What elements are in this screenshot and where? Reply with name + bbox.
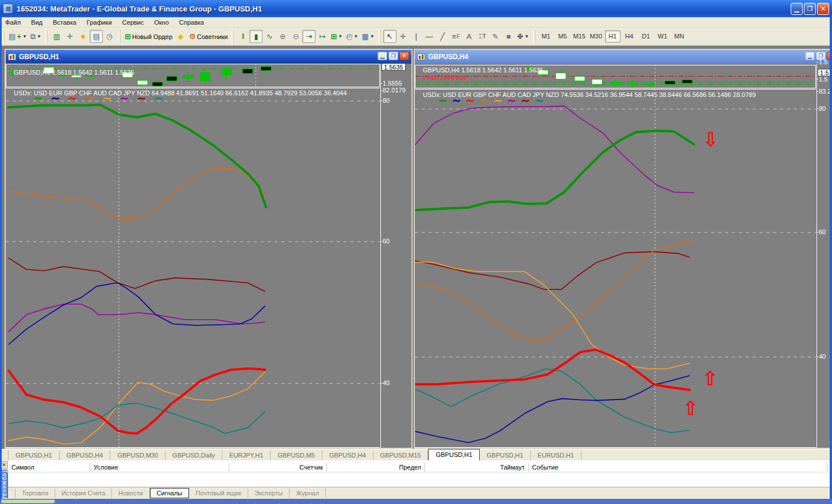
chart-tab-9[interactable]: GBPUSD,H1 bbox=[428, 449, 480, 461]
menu-item-1[interactable]: Файл bbox=[0, 18, 26, 27]
toolbar-separator bbox=[45, 30, 48, 43]
indicator-plot[interactable]: ∼∼∼∼∼∼∼∼⇩⇧⇧ bbox=[415, 89, 816, 448]
close-button[interactable]: ✕ bbox=[817, 3, 829, 15]
menu-item-3[interactable]: Вставка bbox=[48, 18, 82, 27]
chart-close-button[interactable]: ✕ bbox=[399, 52, 409, 60]
taskbar-button[interactable] bbox=[1, 499, 55, 503]
scale-tick: 60 bbox=[819, 228, 826, 236]
chart-tab-3[interactable]: GBPUSD,M30 bbox=[110, 451, 165, 460]
chart-tab-11[interactable]: EURUSD,H1 bbox=[531, 451, 582, 460]
zoom-in-button[interactable]: ⊕ bbox=[276, 30, 289, 43]
chart-shift-button[interactable]: ↦ bbox=[315, 30, 329, 43]
signal-arrow-down: ⇩ bbox=[703, 129, 719, 150]
periods-button[interactable]: ◴▼ bbox=[344, 30, 360, 43]
chart-maximize-button[interactable]: ❐ bbox=[388, 52, 398, 60]
terminal-tab-1[interactable]: Торговля bbox=[15, 489, 55, 498]
arrows-button[interactable]: ✥▼ bbox=[515, 30, 531, 43]
timeframe-button-h1[interactable]: H1 bbox=[605, 30, 621, 42]
terminal-tab-bar: ТорговляИстория СчетаНовостиСигналыПочто… bbox=[0, 487, 832, 499]
current-price-tick: 1.5635 bbox=[382, 63, 406, 71]
chart-title-bar[interactable]: GBPUSD,H4 ▁ ❐ ✕ bbox=[415, 50, 832, 64]
timeframe-button-m15[interactable]: M15 bbox=[572, 30, 587, 42]
timeframe-button-d1[interactable]: D1 bbox=[638, 30, 654, 42]
terminal-column-3[interactable]: Счетчик bbox=[229, 463, 327, 472]
terminal-column-4[interactable]: Предел bbox=[327, 463, 425, 472]
timeframe-button-m5[interactable]: M5 bbox=[555, 30, 571, 42]
timeframe-button-h4[interactable]: H4 bbox=[622, 30, 637, 42]
line-chart-button[interactable]: ∿ bbox=[263, 30, 276, 43]
terminal-column-5[interactable]: Таймаут bbox=[425, 463, 529, 472]
chart-tab-bar: GBPUSD,H1GBPUSD,H4GBPUSD,M30GBPUSD,Daily… bbox=[0, 449, 832, 460]
crosshair-button[interactable]: ✛ bbox=[396, 30, 410, 43]
chart-window-title: GBPUSD,H1 bbox=[19, 53, 59, 61]
chart-tab-7[interactable]: GBPUSD,H4 bbox=[322, 451, 373, 460]
terminal-tab-4[interactable]: Сигналы bbox=[150, 488, 190, 498]
timeframe-button-w1[interactable]: W1 bbox=[655, 30, 671, 42]
minimize-button[interactable]: ▁ bbox=[791, 3, 803, 15]
expert-advisors-button[interactable]: ⚙Советники bbox=[187, 30, 229, 43]
toolbar: ▤+▼ ⧉▼ ▥ ✛ ★ ▤ ◷ ⊞Новый Ордер ◆ ⚙Советни… bbox=[0, 28, 832, 46]
window-frame-right bbox=[830, 17, 832, 499]
market-watch-button[interactable]: ▥ bbox=[50, 30, 63, 43]
trendline-button[interactable]: ╱ bbox=[436, 30, 449, 43]
terminal-tab-6[interactable]: Эксперты bbox=[248, 489, 290, 498]
chart-profiles-button[interactable]: ⧉▼ bbox=[29, 30, 43, 43]
usdx-indicator-readout: USDx: USD EUR GBP CHF AUD CAD JPY NZD 64… bbox=[14, 90, 346, 96]
price-scale: 1.56351.555582.0179806040 bbox=[380, 64, 411, 448]
terminal-tab-7[interactable]: Журнал bbox=[290, 489, 326, 498]
chart-tab-1[interactable]: GBPUSD,H1 bbox=[8, 451, 60, 460]
indicator-plot[interactable]: ∼∼∼∼∼∼∼∼ bbox=[6, 88, 380, 448]
fibonacci-button[interactable]: ≣F bbox=[449, 30, 463, 43]
shapes-button[interactable]: ■ bbox=[502, 30, 515, 43]
terminal-column-1[interactable]: Символ bbox=[8, 463, 90, 472]
terminal-panel-button[interactable]: ▤ bbox=[90, 30, 103, 43]
menu-item-6[interactable]: Окно bbox=[149, 18, 174, 27]
timeframe-button-m30[interactable]: M30 bbox=[588, 30, 604, 42]
text-button[interactable]: A bbox=[463, 30, 476, 43]
timeframe-button-mn[interactable]: MN bbox=[672, 30, 687, 42]
mdi-area: GBPUSD,H1 ▁ ❐ ✕ ∼∼∼∼∼∼∼∼ GBPUSD,H1 1.561… bbox=[0, 46, 832, 449]
chart-tab-2[interactable]: GBPUSD,H4 bbox=[60, 451, 111, 460]
text-label-button[interactable]: ⌶T bbox=[476, 30, 489, 43]
chart-tab-5[interactable]: EURJPY,H1 bbox=[222, 451, 271, 460]
data-window-button[interactable]: ✛ bbox=[63, 30, 76, 43]
vertical-line-button[interactable]: ❘ bbox=[410, 30, 423, 43]
navigator-button[interactable]: ★ bbox=[76, 30, 90, 43]
menu-item-4[interactable]: Графики bbox=[82, 18, 117, 27]
candlestick-chart-button[interactable]: ▮ bbox=[249, 30, 263, 43]
zoom-out-button[interactable]: ⊖ bbox=[289, 30, 302, 43]
bar-chart-button[interactable]: ⫼ bbox=[236, 30, 249, 43]
maximize-button[interactable]: ❐ bbox=[804, 3, 816, 15]
menu-item-5[interactable]: Сервис bbox=[117, 18, 149, 27]
signal-arrow-up: ⇧ bbox=[683, 397, 699, 419]
templates-button[interactable]: ▦▼ bbox=[360, 30, 376, 43]
chart-tab-8[interactable]: GBPUSD,M15 bbox=[373, 451, 429, 460]
app-icon: ≋ bbox=[3, 3, 13, 14]
title-bar[interactable]: ≋ 1652034: MetaTrader - E-Global Trade &… bbox=[0, 0, 832, 17]
terminal-tab-3[interactable]: Новости bbox=[112, 489, 150, 498]
new-order-button[interactable]: ⊞Новый Ордер bbox=[123, 30, 174, 43]
cursor-button[interactable]: ↖ bbox=[383, 30, 396, 43]
terminal-tab-5[interactable]: Почтовый ящик bbox=[189, 489, 248, 498]
draw-tool-button[interactable]: ✎ bbox=[489, 30, 502, 43]
indicators-button[interactable]: ⊞▼ bbox=[329, 30, 344, 43]
chart-title-bar[interactable]: GBPUSD,H1 ▁ ❐ ✕ bbox=[6, 50, 411, 64]
terminal-tab-2[interactable]: История Счета bbox=[55, 489, 112, 498]
menu-item-2[interactable]: Вид bbox=[26, 18, 48, 27]
chart-tab-6[interactable]: GBPUSD,M5 bbox=[271, 451, 322, 460]
menu-item-7[interactable]: Справка bbox=[174, 18, 209, 27]
strategy-tester-button[interactable]: ◷ bbox=[103, 30, 116, 43]
chart-window-title: GBPUSD,H4 bbox=[428, 53, 468, 61]
chart-minimize-button[interactable]: ▁ bbox=[378, 52, 387, 60]
timeframe-button-m1[interactable]: M1 bbox=[538, 30, 554, 42]
horizontal-line-button[interactable]: ― bbox=[423, 30, 436, 43]
chart-tab-10[interactable]: GBPUSD,H1 bbox=[480, 451, 531, 460]
new-chart-button[interactable]: ▤+▼ bbox=[7, 30, 29, 43]
chart-minimize-button[interactable]: ▁ bbox=[805, 52, 815, 60]
terminal-column-6[interactable]: Событие bbox=[529, 463, 827, 472]
chart-tab-4[interactable]: GBPUSD,Daily bbox=[165, 451, 222, 460]
terminal-column-2[interactable]: Условие bbox=[90, 463, 229, 472]
metaeditor-button[interactable]: ◆ bbox=[174, 30, 187, 43]
toolbar-separator bbox=[533, 30, 536, 43]
auto-scroll-button[interactable]: ⇥ bbox=[302, 30, 315, 43]
